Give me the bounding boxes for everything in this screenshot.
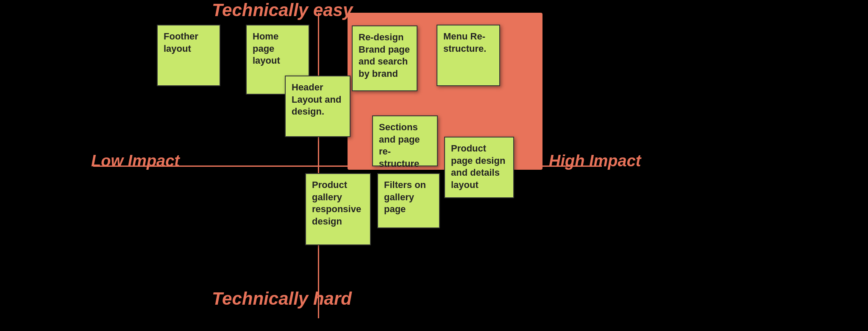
note-menu-restructure[interactable]: Menu Re-structure. — [437, 25, 500, 86]
note-sections-restructure[interactable]: Sections and page re-structure — [372, 115, 438, 166]
label-low-impact: Low Impact — [91, 152, 180, 170]
note-product-gallery[interactable]: Product gallery responsive design — [305, 173, 371, 245]
note-product-page-design[interactable]: Product page design and details layout — [444, 137, 514, 198]
note-filters-gallery[interactable]: Filters on gallery page — [377, 173, 440, 228]
vertical-axis — [318, 13, 319, 318]
canvas: Technically easy Technically hard Low Im… — [0, 0, 868, 331]
note-header-layout[interactable]: Header Layout and design. — [285, 76, 351, 137]
note-redesign-brand[interactable]: Re-design Brand page and search by brand — [352, 25, 417, 91]
label-technically-hard: Technically hard — [212, 289, 352, 309]
label-high-impact: High Impact — [549, 152, 641, 170]
note-footer-layout[interactable]: Foother layout — [157, 25, 220, 86]
label-technically-easy: Technically easy — [212, 0, 353, 20]
